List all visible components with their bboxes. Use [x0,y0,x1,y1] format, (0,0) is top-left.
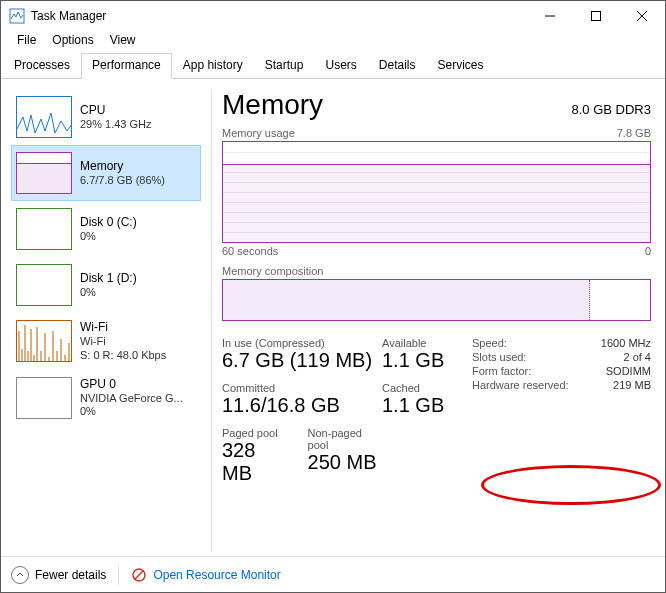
footer-separator [118,565,119,585]
speed-label: Speed: [472,337,577,349]
memory-thumb [16,152,72,194]
gpu-thumb [16,377,72,419]
sidebar-item-sub: 6.7/7.8 GB (86%) [80,174,165,188]
form-factor-value: SODIMM [593,365,651,377]
tabbar: Processes Performance App history Startu… [1,53,665,79]
cached-label: Cached [382,382,472,394]
sidebar-item-sub: NVIDIA GeForce G... [80,392,183,406]
sidebar-item-gpu[interactable]: GPU 0 NVIDIA GeForce G... 0% [11,370,201,427]
available-label: Available [382,337,472,349]
sidebar-item-label: Memory [80,159,165,174]
disk0-thumb [16,208,72,250]
paged-label: Paged pool [222,427,288,439]
sidebar-item-sub2: 0% [80,405,183,419]
vertical-divider [211,89,212,552]
sidebar-item-sub: 0% [80,230,137,244]
footer: Fewer details Open Resource Monitor [1,556,665,592]
cached-value: 1.1 GB [382,394,472,417]
speed-value: 1600 MHz [593,337,651,349]
hw-reserved-value: 219 MB [593,379,651,391]
in-use-value: 6.7 GB (119 MB) [222,349,382,372]
svg-rect-2 [592,12,601,21]
paged-value: 328 MB [222,439,288,485]
nonpaged-value: 250 MB [308,451,382,474]
committed-label: Committed [222,382,382,394]
minimize-button[interactable] [527,1,573,31]
axis-left: 60 seconds [222,245,278,257]
sidebar-item-label: GPU 0 [80,377,183,392]
maximize-button[interactable] [573,1,619,31]
app-icon [9,8,25,24]
stats-area: In use (Compressed) 6.7 GB (119 MB) Comm… [222,337,651,495]
sidebar-item-label: Disk 1 (D:) [80,271,137,286]
cpu-thumb [16,96,72,138]
wifi-thumb [16,320,72,362]
usage-label: Memory usage [222,127,295,139]
memory-usage-graph[interactable] [222,141,651,243]
memory-properties: Speed: 1600 MHz Slots used: 2 of 4 Form … [472,337,651,495]
tab-app-history[interactable]: App history [172,53,254,78]
main-panel-wrap: Memory 8.0 GB DDR3 Memory usage 7.8 GB 6… [222,89,655,552]
memory-capacity: 8.0 GB DDR3 [572,102,651,117]
sidebar-item-sub: 0% [80,286,137,300]
fewer-details-label: Fewer details [35,568,106,582]
sidebar-item-sub2: S: 0 R: 48.0 Kbps [80,349,166,363]
fewer-details-button[interactable]: Fewer details [11,566,106,584]
composition-label: Memory composition [222,265,323,277]
available-value: 1.1 GB [382,349,472,372]
sidebar-item-memory[interactable]: Memory 6.7/7.8 GB (86%) [11,145,201,201]
tab-details[interactable]: Details [368,53,427,78]
titlebar[interactable]: Task Manager [1,1,665,31]
sidebar-item-wifi[interactable]: Wi-Fi Wi-Fi S: 0 R: 48.0 Kbps [11,313,201,370]
menu-view[interactable]: View [102,31,144,51]
form-factor-label: Form factor: [472,365,577,377]
svg-line-23 [135,571,143,579]
sidebar-item-label: Disk 0 (C:) [80,215,137,230]
window-controls [527,1,665,31]
nonpaged-label: Non-paged pool [308,427,382,451]
memory-composition-graph[interactable] [222,279,651,321]
slots-value: 2 of 4 [593,351,651,363]
hw-reserved-label: Hardware reserved: [472,379,577,391]
window-title: Task Manager [31,9,527,23]
menu-options[interactable]: Options [44,31,101,51]
chevron-up-icon [11,566,29,584]
menubar: File Options View [1,31,665,51]
task-manager-window: Task Manager File Options View Processes… [0,0,666,593]
slots-label: Slots used: [472,351,577,363]
sidebar-item-sub: Wi-Fi [80,335,166,349]
tab-users[interactable]: Users [314,53,367,78]
resource-monitor-label: Open Resource Monitor [153,568,280,582]
sidebar-item-sub: 29% 1.43 GHz [80,118,152,132]
sidebar-item-label: CPU [80,103,152,118]
tab-performance[interactable]: Performance [81,53,172,79]
sidebar-item-disk0[interactable]: Disk 0 (C:) 0% [11,201,201,257]
menu-file[interactable]: File [9,31,44,51]
sidebar-item-label: Wi-Fi [80,320,166,335]
sidebar: CPU 29% 1.43 GHz Memory 6.7/7.8 GB (86%) [11,89,201,552]
open-resource-monitor-link[interactable]: Open Resource Monitor [131,567,280,583]
tab-services[interactable]: Services [427,53,495,78]
tab-startup[interactable]: Startup [254,53,315,78]
usage-max: 7.8 GB [617,127,651,139]
content: CPU 29% 1.43 GHz Memory 6.7/7.8 GB (86%) [1,79,665,556]
main-panel: Memory 8.0 GB DDR3 Memory usage 7.8 GB 6… [222,89,655,495]
sidebar-item-disk1[interactable]: Disk 1 (D:) 0% [11,257,201,313]
sidebar-item-cpu[interactable]: CPU 29% 1.43 GHz [11,89,201,145]
tab-processes[interactable]: Processes [3,53,81,78]
close-button[interactable] [619,1,665,31]
page-title: Memory [222,89,323,121]
disk1-thumb [16,264,72,306]
committed-value: 11.6/16.8 GB [222,394,382,417]
resource-monitor-icon [131,567,147,583]
in-use-label: In use (Compressed) [222,337,382,349]
axis-right: 0 [645,245,651,257]
